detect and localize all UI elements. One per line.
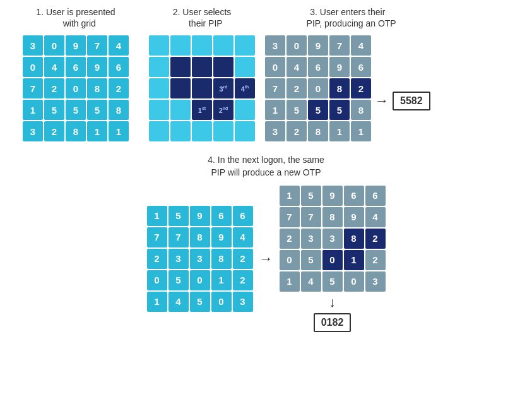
grid3-cell-3-2: 5 [308,100,328,120]
grid2-cell-0-4 [235,35,255,56]
section-2-title: 2. User selects their PIP [151,6,252,29]
grid3-cell-0-1: 0 [287,35,307,56]
grid2-cell-2-4: 4th [235,78,255,98]
grid4a-cell-1-3: 9 [211,227,232,247]
grid1-cell-3-2: 5 [66,100,86,120]
grid4a-cell-0-3: 6 [211,206,232,226]
grid1-cell-1-3: 9 [87,57,107,77]
grid2-cell-4-3 [213,121,233,141]
grid2-cell-2-0 [149,78,169,98]
grid4b-cell-2-2: 3 [322,229,343,249]
grid1-cell-3-4: 8 [109,100,129,120]
grid3-cell-2-0: 7 [265,78,285,98]
grid4a-cell-0-2: 9 [190,206,210,226]
grid4b-cell-3-0: 0 [280,250,300,270]
grid3-cell-2-1: 2 [287,78,307,98]
grid2-cell-1-4 [235,57,255,77]
grid1-cell-2-2: 0 [66,78,86,98]
grid1-cell-0-4: 4 [109,35,129,56]
grid-4a: 1596677894233820501214503 [147,206,253,312]
grid3-cell-3-3: 5 [329,100,350,120]
grid4a-cell-3-1: 5 [168,270,189,290]
grid3-cell-4-1: 2 [287,121,307,141]
grid4b-cell-0-3: 6 [344,186,364,206]
grid1-cell-0-1: 0 [44,35,64,56]
grid4a-cell-2-0: 2 [147,249,167,269]
grid4b-cell-2-3: 8 [344,229,364,249]
grid3-cell-4-2: 8 [308,121,328,141]
arrow-right-4: → [259,251,273,267]
grid4b-cell-0-2: 9 [322,186,343,206]
arrow-down-4: ↓ [329,294,336,311]
grid4b-cell-2-1: 3 [301,229,321,249]
grid4a-cell-4-3: 0 [211,292,232,312]
grid3-cell-3-1: 5 [287,100,307,120]
grid4b-cell-1-2: 8 [322,207,343,227]
arrow-right-3: → [375,93,389,109]
grid2-cell-3-4 [235,100,255,120]
grid1-cell-1-1: 4 [44,57,64,77]
grid4a-cell-0-0: 1 [147,206,167,226]
top-row: 1. User is presented with grid 309740469… [13,6,519,141]
grid3-cell-0-4: 4 [351,35,371,56]
grid4a-cell-3-4: 2 [233,270,253,290]
grid4b-cell-2-4: 2 [365,229,386,249]
grid1-cell-2-4: 2 [109,78,129,98]
grid1-cell-2-0: 7 [23,78,43,98]
grid4a-cell-3-0: 0 [147,270,167,290]
grid3-cell-4-0: 3 [265,121,285,141]
main-container: 1. User is presented with grid 309740469… [0,0,532,411]
grid4a-cell-4-1: 4 [168,292,189,312]
grid3-cell-1-1: 4 [287,57,307,77]
grid1-cell-2-1: 2 [44,78,64,98]
grid2-cell-1-1 [170,57,191,77]
grid4b-cell-1-4: 4 [365,207,386,227]
grid2-cell-1-3 [213,57,233,77]
grid4a-cell-3-2: 0 [190,270,210,290]
grid3-cell-1-4: 6 [351,57,371,77]
grid2-cell-0-0 [149,35,169,56]
grid2-cell-4-4 [235,121,255,141]
grid2-cell-1-0 [149,57,169,77]
grid1-cell-1-0: 0 [23,57,43,77]
grid1-cell-3-3: 5 [87,100,107,120]
grid4b-cell-3-1: 5 [301,250,321,270]
grid4a-cell-0-1: 5 [168,206,189,226]
grid3-cell-3-0: 1 [265,100,285,120]
grid1-cell-0-2: 9 [66,35,86,56]
grid-2: 3rd4th1st2nd [149,35,255,141]
grid1-cell-4-4: 1 [109,121,129,141]
grid4b-cell-0-4: 6 [365,186,386,206]
grid4a-cell-1-1: 7 [168,227,189,247]
grid4b-cell-0-1: 5 [301,186,321,206]
grid3-cell-1-3: 9 [329,57,350,77]
section-4-title: 4. In the next logon, the same PIP will … [208,154,324,179]
grid4b-cell-0-0: 1 [280,186,300,206]
bottom-grids: 1596677894233820501214503 → 159667789423… [147,186,386,332]
grid2-cell-2-1 [170,78,191,98]
otp-1: 5582 [393,92,430,110]
grid4a-cell-1-4: 4 [233,227,253,247]
grid-4b: 1596677894233820501214503 [280,186,386,292]
section-3-title: 3. User enters their PIP, producing an O… [275,6,420,29]
grid4a-cell-2-3: 8 [211,249,232,269]
grid3-cell-3-4: 8 [351,100,371,120]
grid1-cell-4-0: 3 [23,121,43,141]
grid4b-cell-3-4: 2 [365,250,386,270]
grid1-cell-4-3: 1 [87,121,107,141]
grid1-cell-3-0: 1 [23,100,43,120]
grid4b-cell-2-0: 2 [280,229,300,249]
grid4a-cell-1-2: 8 [190,227,210,247]
grid4b-cell-1-3: 9 [344,207,364,227]
grid4a-cell-2-4: 2 [233,249,253,269]
grid1-cell-3-1: 5 [44,100,64,120]
grid1-cell-0-0: 3 [23,35,43,56]
grid3-cell-0-2: 9 [308,35,328,56]
grid3-cell-1-2: 6 [308,57,328,77]
grid4b-cell-4-2: 5 [322,271,343,292]
grid2-cell-2-2 [192,78,212,98]
grid1-cell-1-2: 6 [66,57,86,77]
grid2-cell-3-3: 2nd [213,100,233,120]
grid4b-cell-3-3: 1 [344,250,364,270]
grid2-cell-4-0 [149,121,169,141]
